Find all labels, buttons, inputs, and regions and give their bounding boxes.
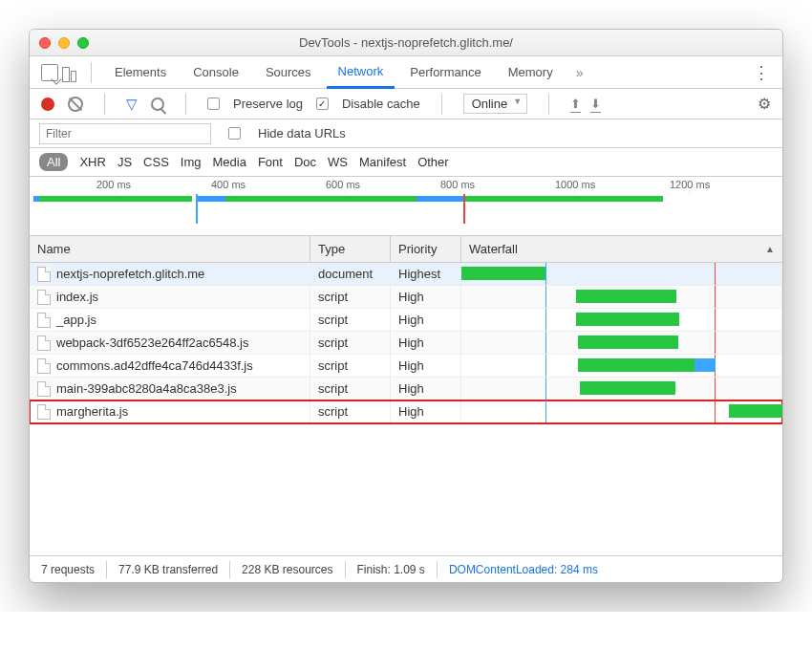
filter-type-ws[interactable]: WS	[328, 155, 348, 169]
waterfall-cell	[461, 309, 781, 331]
status-transferred: 77.9 KB transferred	[118, 563, 218, 576]
request-name: index.js	[56, 290, 98, 304]
table-row[interactable]: index.jsscriptHigh	[30, 286, 782, 309]
filter-type-all[interactable]: All	[39, 153, 68, 171]
search-icon[interactable]	[151, 97, 164, 111]
request-type: script	[310, 355, 391, 377]
request-type: script	[310, 332, 391, 354]
request-name: margherita.js	[56, 404, 128, 419]
file-icon	[37, 313, 51, 328]
column-type[interactable]: Type	[310, 236, 391, 262]
tab-sources[interactable]: Sources	[254, 57, 323, 87]
table-row[interactable]: webpack-3df6523e264ff2ac6548.jsscriptHig…	[30, 332, 782, 355]
request-name: main-399abc8280a4a8ca38e3.js	[56, 381, 237, 396]
request-type: script	[310, 378, 391, 400]
file-icon	[37, 267, 51, 282]
tick-label: 400 ms	[211, 179, 246, 190]
file-icon	[37, 358, 51, 374]
request-priority: High	[391, 286, 461, 308]
filter-type-css[interactable]: CSS	[143, 155, 169, 169]
request-priority: High	[391, 309, 461, 331]
tick-label: 800 ms	[440, 179, 475, 190]
file-icon	[37, 290, 51, 305]
column-name[interactable]: Name	[30, 236, 310, 262]
waterfall-cell	[461, 286, 781, 308]
tab-memory[interactable]: Memory	[497, 57, 565, 87]
table-header: Name Type Priority Waterfall▲	[30, 236, 782, 263]
sort-arrow-icon: ▲	[765, 244, 775, 254]
tick-label: 600 ms	[326, 179, 360, 190]
filter-type-xhr[interactable]: XHR	[79, 155, 105, 169]
upload-icon[interactable]: ⬆︎	[570, 97, 581, 111]
settings-icon[interactable]: ⚙	[758, 95, 771, 113]
table-row[interactable]: commons.ad42dffe4ca746d4433f.jsscriptHig…	[30, 355, 782, 378]
request-table: Name Type Priority Waterfall▲ nextjs-nop…	[30, 236, 782, 555]
filter-type-manifest[interactable]: Manifest	[359, 155, 406, 169]
request-priority: High	[391, 378, 461, 400]
column-waterfall[interactable]: Waterfall▲	[461, 236, 782, 262]
timeline-overview[interactable]: 200 ms 400 ms 600 ms 800 ms 1000 ms 1200…	[30, 177, 782, 236]
request-priority: High	[391, 355, 461, 377]
throttling-select[interactable]: Online	[463, 94, 528, 114]
preserve-log-label: Preserve log	[233, 97, 303, 111]
devtools-window: DevTools - nextjs-noprefetch.glitch.me/ …	[29, 29, 783, 583]
tick-label: 1200 ms	[670, 179, 710, 190]
record-button[interactable]	[41, 97, 54, 111]
status-bar: 7 requests 77.9 KB transferred 228 KB re…	[30, 555, 782, 582]
status-domcontentloaded[interactable]: DOMContentLoaded: 284 ms	[449, 563, 598, 576]
hide-data-urls-checkbox[interactable]	[228, 127, 241, 140]
filter-type-js[interactable]: JS	[118, 155, 132, 169]
waterfall-cell	[461, 400, 781, 422]
tab-elements[interactable]: Elements	[103, 57, 178, 87]
status-requests: 7 requests	[41, 563, 95, 576]
waterfall-cell	[461, 355, 781, 377]
request-type: document	[310, 263, 391, 285]
column-priority[interactable]: Priority	[391, 236, 461, 262]
file-icon	[37, 404, 51, 420]
status-finish: Finish: 1.09 s	[357, 563, 425, 576]
more-tabs-icon[interactable]: »	[568, 65, 591, 80]
request-name: nextjs-noprefetch.glitch.me	[56, 267, 204, 281]
tab-network[interactable]: Network	[327, 56, 395, 89]
request-priority: High	[391, 400, 461, 422]
filter-type-font[interactable]: Font	[258, 155, 283, 169]
hide-data-urls-label: Hide data URLs	[258, 126, 346, 141]
filter-type-media[interactable]: Media	[212, 155, 246, 169]
table-row[interactable]: margherita.jsscriptHigh	[30, 400, 782, 423]
tick-label: 200 ms	[96, 179, 131, 190]
waterfall-cell	[461, 378, 781, 400]
request-name: webpack-3df6523e264ff2ac6548.js	[56, 335, 248, 350]
filter-bar: Hide data URLs	[30, 119, 782, 148]
filter-icon[interactable]: ▽	[126, 96, 138, 113]
window-title: DevTools - nextjs-noprefetch.glitch.me/	[30, 35, 782, 50]
inspect-element-icon[interactable]	[41, 64, 58, 81]
titlebar: DevTools - nextjs-noprefetch.glitch.me/	[30, 30, 782, 56]
file-icon	[37, 335, 51, 351]
tab-console[interactable]: Console	[182, 57, 250, 87]
waterfall-cell	[461, 332, 781, 354]
clear-button[interactable]	[68, 97, 83, 112]
download-icon[interactable]: ⬇︎	[590, 97, 601, 111]
tab-performance[interactable]: Performance	[398, 57, 492, 87]
filter-type-doc[interactable]: Doc	[294, 155, 316, 169]
status-resources: 228 KB resources	[242, 563, 332, 576]
request-name: _app.js	[56, 313, 96, 327]
request-type: script	[310, 286, 391, 308]
request-name: commons.ad42dffe4ca746d4433f.js	[56, 358, 253, 373]
request-priority: High	[391, 332, 461, 354]
filter-type-other[interactable]: Other	[417, 155, 449, 169]
table-row[interactable]: main-399abc8280a4a8ca38e3.jsscriptHigh	[30, 378, 782, 400]
table-row[interactable]: nextjs-noprefetch.glitch.medocumentHighe…	[30, 263, 782, 286]
preserve-log-checkbox[interactable]	[207, 97, 220, 110]
waterfall-cell	[461, 263, 781, 285]
filter-input[interactable]	[39, 123, 211, 144]
request-priority: Highest	[391, 263, 461, 285]
disable-cache-checkbox[interactable]	[316, 97, 329, 110]
file-icon	[37, 381, 51, 397]
request-type: script	[310, 309, 391, 331]
table-row[interactable]: _app.jsscriptHigh	[30, 309, 782, 332]
filter-type-img[interactable]: Img	[181, 155, 202, 169]
device-toolbar-icon[interactable]	[62, 63, 79, 82]
menu-icon[interactable]: ⋮	[753, 62, 771, 83]
main-tabs: Elements Console Sources Network Perform…	[30, 56, 782, 89]
